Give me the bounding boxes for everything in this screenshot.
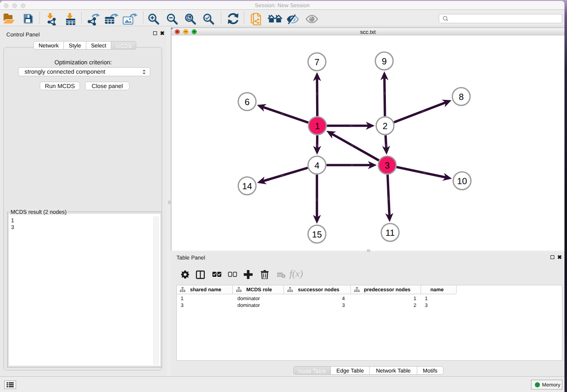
svg-text:9: 9	[382, 57, 387, 66]
svg-text:3: 3	[385, 161, 390, 171]
svg-text:7: 7	[314, 58, 319, 67]
svg-text:2: 2	[383, 121, 388, 131]
svg-text:14: 14	[242, 182, 252, 191]
svg-text:11: 11	[385, 228, 395, 238]
svg-text:6: 6	[245, 97, 250, 107]
svg-text:1: 1	[315, 121, 320, 131]
svg-text:8: 8	[459, 92, 464, 102]
svg-text:4: 4	[314, 161, 319, 171]
svg-text:10: 10	[457, 177, 467, 186]
svg-text:15: 15	[312, 230, 322, 240]
